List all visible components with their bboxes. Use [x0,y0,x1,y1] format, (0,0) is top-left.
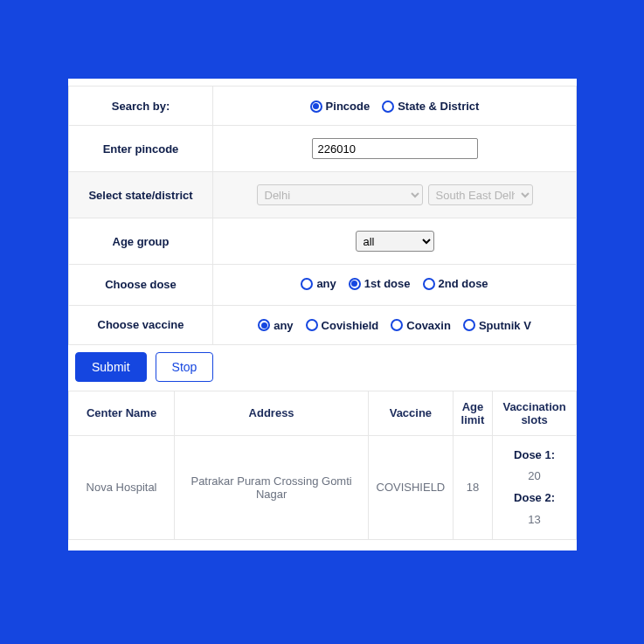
radio-icon [306,319,318,331]
dose2-label: Dose 2: [500,488,569,509]
submit-button[interactable]: Submit [75,352,147,382]
pincode-label: Enter pincode [69,126,213,172]
stop-button[interactable]: Stop [156,352,214,382]
header-slots: Vaccination slots [493,391,577,435]
table-row: Nova Hospital Patrakar Puram Crossing Go… [69,435,577,540]
vaccine-covishield-radio[interactable]: Covishield [306,319,379,332]
dose-radio-group: any 1st dose 2nd dose [297,277,491,290]
header-age-limit: Age limit [453,391,492,435]
header-center: Center Name [69,391,175,435]
dose1-label: Dose 1: [500,445,569,467]
dose-first-radio[interactable]: 1st dose [349,277,411,290]
radio-icon [310,100,322,113]
cell-vaccine: COVISHIELD [369,435,454,540]
results-header-row: Center Name Address Vaccine Age limit Va… [69,391,577,435]
radio-icon [423,278,435,290]
header-address: Address [175,391,369,435]
vaccine-label: Choose vaccine [69,305,213,344]
vaccine-covaxin-radio[interactable]: Covaxin [391,319,451,332]
radio-icon [301,278,313,290]
dose-any-radio[interactable]: any [301,277,336,290]
radio-icon [382,100,394,113]
button-row: Submit Stop [68,345,577,391]
state-district-label: Select state/district [69,172,213,218]
radio-icon [463,319,475,331]
header-vaccine: Vaccine [369,391,454,435]
radio-label: 2nd dose [439,277,488,290]
radio-icon [391,319,403,331]
radio-icon [258,319,270,331]
dose-label: Choose dose [69,265,213,306]
radio-label: any [316,277,336,290]
dose1-value: 20 [500,466,569,488]
radio-label: State & District [398,100,479,113]
radio-label: 1st dose [364,277,411,290]
cell-address: Patrakar Puram Crossing Gomti Nagar [175,435,369,540]
radio-label: Sputnik V [479,319,531,332]
dose-second-radio[interactable]: 2nd dose [423,277,488,290]
vaccine-any-radio[interactable]: any [258,319,293,332]
search-form-table: Search by: Pincode State & District Ente… [68,86,577,345]
results-table: Center Name Address Vaccine Age limit Va… [68,391,577,541]
vaccine-radio-group: any Covishield Covaxin Sputnik V [254,319,535,332]
state-select: Delhi [257,184,423,205]
search-by-radio-group: Pincode State & District [307,100,483,113]
dose2-value: 13 [500,509,569,531]
radio-label: Pincode [326,100,370,113]
search-by-statedistrict-radio[interactable]: State & District [382,100,479,113]
age-group-select[interactable]: all [356,231,434,252]
radio-label: any [274,319,293,332]
form-card: Search by: Pincode State & District Ente… [68,79,577,551]
search-by-pincode-radio[interactable]: Pincode [310,100,370,113]
age-group-label: Age group [69,218,213,265]
cell-slots: Dose 1: 20 Dose 2: 13 [493,435,577,540]
pincode-input[interactable] [312,138,478,159]
cell-age-limit: 18 [453,435,492,540]
cell-center: Nova Hospital [69,435,175,540]
radio-label: Covaxin [406,319,451,332]
district-select: South East Delhi [428,184,533,205]
search-by-label: Search by: [69,87,213,126]
radio-label: Covishield [322,319,379,332]
vaccine-sputnik-radio[interactable]: Sputnik V [463,319,531,332]
radio-icon [349,278,361,290]
